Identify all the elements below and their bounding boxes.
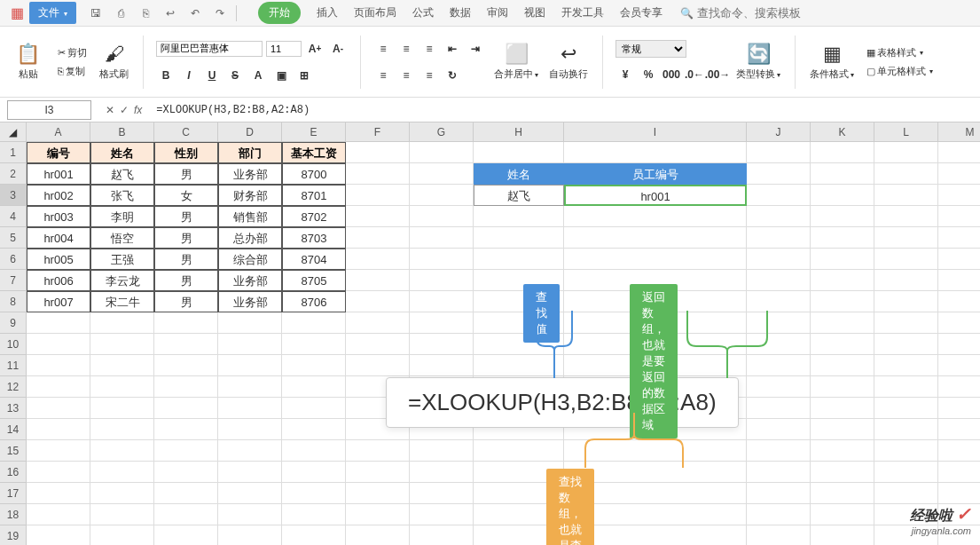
cell[interactable] bbox=[811, 249, 874, 270]
cell[interactable] bbox=[811, 504, 874, 525]
cell[interactable] bbox=[90, 312, 154, 334]
cell[interactable] bbox=[747, 440, 811, 462]
accept-formula-icon[interactable]: ✓ bbox=[120, 104, 129, 116]
cell[interactable] bbox=[938, 355, 980, 376]
cell[interactable] bbox=[874, 462, 938, 483]
currency-icon[interactable]: ¥ bbox=[615, 65, 635, 84]
cell[interactable] bbox=[154, 483, 218, 504]
col-header-D[interactable]: D bbox=[218, 122, 282, 142]
cell[interactable] bbox=[218, 440, 282, 462]
row-header[interactable]: 6 bbox=[0, 249, 27, 270]
row-header[interactable]: 13 bbox=[0, 398, 27, 419]
cell[interactable] bbox=[747, 398, 811, 419]
cell[interactable] bbox=[218, 334, 282, 355]
cell[interactable] bbox=[874, 398, 938, 419]
cell[interactable] bbox=[346, 483, 410, 504]
cell[interactable]: 基本工资 bbox=[282, 142, 346, 163]
cell[interactable] bbox=[938, 270, 980, 291]
cell[interactable] bbox=[346, 504, 410, 525]
cell[interactable] bbox=[27, 525, 90, 545]
col-header-G[interactable]: G bbox=[410, 122, 474, 142]
cell[interactable] bbox=[747, 206, 811, 227]
cell[interactable] bbox=[811, 525, 874, 545]
cell[interactable] bbox=[474, 483, 564, 504]
cell[interactable] bbox=[410, 483, 474, 504]
cell[interactable] bbox=[474, 312, 564, 334]
formula-input[interactable]: =XLOOKUP(H3,B2:B8,A2:A8) bbox=[149, 100, 980, 120]
cell[interactable] bbox=[154, 462, 218, 483]
align-middle-icon[interactable]: ≡ bbox=[396, 39, 416, 59]
cell[interactable] bbox=[218, 312, 282, 334]
font-color-button[interactable]: A bbox=[248, 66, 268, 85]
cell[interactable] bbox=[474, 142, 564, 163]
cell[interactable] bbox=[27, 504, 90, 525]
cell[interactable] bbox=[218, 376, 282, 398]
col-header-C[interactable]: C bbox=[154, 122, 218, 142]
cell[interactable] bbox=[747, 291, 811, 312]
col-header-I[interactable]: I bbox=[564, 122, 747, 142]
percent-icon[interactable]: % bbox=[639, 65, 658, 84]
cell[interactable]: 8704 bbox=[282, 249, 346, 270]
cell[interactable]: 男 bbox=[154, 249, 218, 270]
select-all-corner[interactable]: ◢ bbox=[0, 122, 27, 142]
row-header[interactable]: 9 bbox=[0, 312, 27, 334]
row-header[interactable]: 1 bbox=[0, 142, 27, 163]
cell[interactable] bbox=[938, 440, 980, 462]
cell[interactable] bbox=[218, 419, 282, 440]
cell[interactable] bbox=[474, 398, 564, 419]
cell[interactable] bbox=[410, 249, 474, 270]
cell[interactable] bbox=[410, 376, 474, 398]
qat-icon-2[interactable]: ⎘ bbox=[135, 3, 156, 24]
cell[interactable] bbox=[564, 312, 747, 334]
cell[interactable]: 销售部 bbox=[218, 206, 282, 227]
row-header[interactable]: 11 bbox=[0, 355, 27, 376]
cell[interactable] bbox=[564, 206, 747, 227]
cell[interactable] bbox=[747, 142, 811, 163]
align-right-icon[interactable]: ≡ bbox=[419, 66, 439, 85]
merge-center-button[interactable]: ⬜ 合并居中▾ bbox=[492, 41, 540, 83]
cell[interactable]: 悟空 bbox=[90, 227, 154, 249]
cell[interactable] bbox=[410, 504, 474, 525]
cell[interactable]: 8705 bbox=[282, 270, 346, 291]
font-family-select[interactable] bbox=[156, 41, 263, 57]
cell[interactable] bbox=[564, 270, 747, 291]
cell[interactable] bbox=[747, 270, 811, 291]
cell[interactable] bbox=[811, 398, 874, 419]
redo-icon[interactable]: ↷ bbox=[209, 3, 231, 24]
cell[interactable] bbox=[747, 483, 811, 504]
cell[interactable] bbox=[410, 270, 474, 291]
cell[interactable] bbox=[938, 163, 980, 185]
tab-formula[interactable]: 公式 bbox=[412, 1, 434, 25]
increase-font-icon[interactable]: A+ bbox=[305, 39, 325, 59]
cell[interactable] bbox=[564, 376, 747, 398]
cell[interactable]: 部门 bbox=[218, 142, 282, 163]
cell[interactable] bbox=[747, 462, 811, 483]
col-header-J[interactable]: J bbox=[747, 122, 811, 142]
cell[interactable] bbox=[218, 525, 282, 545]
search-box[interactable]: 🔍 bbox=[680, 6, 804, 20]
cell[interactable] bbox=[874, 334, 938, 355]
type-convert-button[interactable]: 🔄 类型转换▾ bbox=[734, 41, 782, 83]
row-header[interactable]: 16 bbox=[0, 462, 27, 483]
cell[interactable]: 姓名 bbox=[474, 163, 564, 185]
tab-start[interactable]: 开始 bbox=[258, 2, 301, 24]
col-header-A[interactable]: A bbox=[27, 122, 90, 142]
cell[interactable] bbox=[938, 249, 980, 270]
qat-icon-1[interactable]: ⎙ bbox=[110, 3, 131, 24]
cell[interactable]: hr005 bbox=[27, 249, 90, 270]
cell[interactable] bbox=[874, 312, 938, 334]
cell[interactable] bbox=[747, 376, 811, 398]
decimal-inc-icon[interactable]: .0← bbox=[685, 65, 704, 84]
cell[interactable] bbox=[938, 483, 980, 504]
cell[interactable] bbox=[154, 334, 218, 355]
cell[interactable] bbox=[564, 483, 747, 504]
cell[interactable] bbox=[90, 483, 154, 504]
cell[interactable] bbox=[346, 312, 410, 334]
row-header[interactable]: 14 bbox=[0, 419, 27, 440]
align-left-icon[interactable]: ≡ bbox=[373, 66, 393, 85]
indent-increase-icon[interactable]: ⇥ bbox=[466, 39, 485, 59]
cell[interactable] bbox=[874, 483, 938, 504]
cell[interactable]: 女 bbox=[154, 185, 218, 206]
orientation-icon[interactable]: ↻ bbox=[443, 66, 462, 85]
row-header[interactable]: 17 bbox=[0, 483, 27, 504]
